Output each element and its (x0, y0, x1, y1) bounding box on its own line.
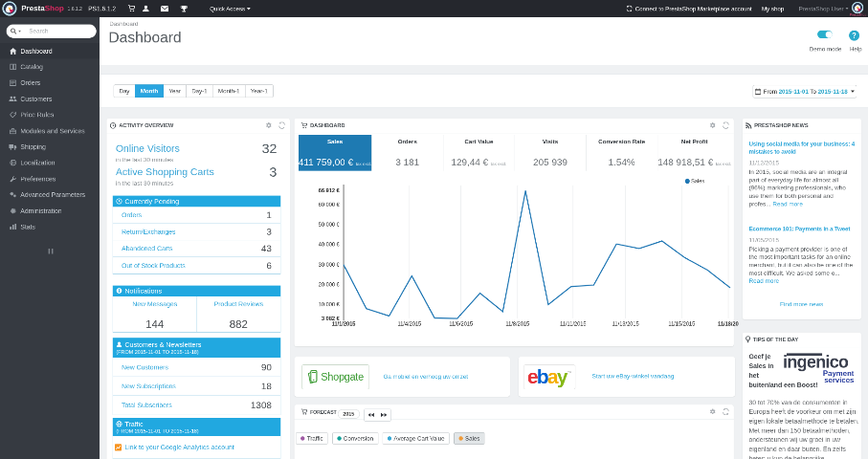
svg-text:11/6/2015: 11/6/2015 (449, 321, 473, 327)
svg-text:66 912 €: 66 912 € (319, 187, 341, 193)
svg-text:40 000 €: 40 000 € (319, 242, 341, 248)
svg-text:Sales: Sales (691, 179, 704, 185)
svg-text:10 000 €: 10 000 € (319, 301, 341, 307)
svg-text:11/4/2015: 11/4/2015 (397, 321, 421, 327)
svg-text:11/13/2015: 11/13/2015 (612, 321, 639, 327)
svg-text:60 000 €: 60 000 € (319, 202, 341, 208)
svg-text:50 000 €: 50 000 € (319, 222, 341, 228)
svg-text:30 000 €: 30 000 € (319, 262, 341, 268)
svg-text:11/8/2015: 11/8/2015 (505, 321, 529, 327)
svg-text:11/18/201: 11/18/201 (718, 321, 739, 327)
svg-text:11/11/2015: 11/11/2015 (560, 321, 586, 327)
svg-text:20 000 €: 20 000 € (319, 281, 341, 287)
svg-text:11/1/2015: 11/1/2015 (332, 321, 356, 327)
svg-text:11/15/2015: 11/15/2015 (668, 321, 695, 327)
